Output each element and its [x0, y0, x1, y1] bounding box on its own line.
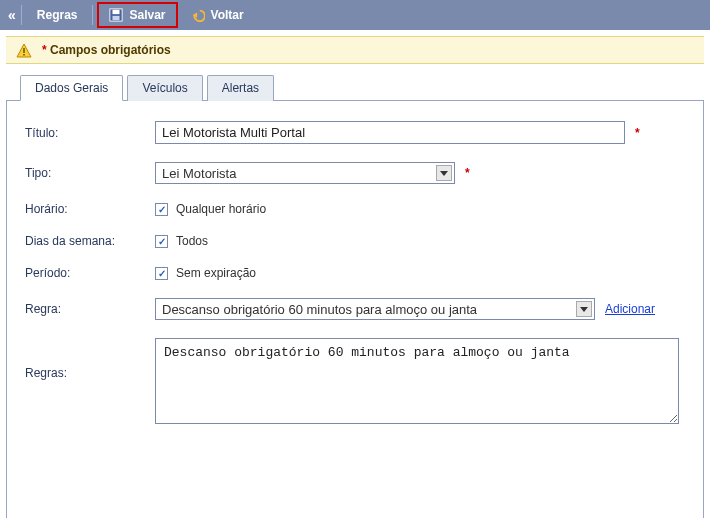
tab-alertas[interactable]: Alertas: [207, 75, 274, 101]
label-regras: Regras:: [25, 338, 155, 380]
regras-textarea[interactable]: Descanso obrigatório 60 minutos para alm…: [155, 338, 679, 424]
required-asterisk: *: [465, 166, 470, 180]
voltar-label: Voltar: [211, 8, 244, 22]
label-periodo: Período:: [25, 266, 155, 280]
label-dias: Dias da semana:: [25, 234, 155, 248]
warning-icon: [16, 43, 30, 57]
row-titulo: Título: *: [25, 121, 685, 144]
svg-rect-5: [23, 48, 25, 53]
periodo-checkbox[interactable]: ✓: [155, 267, 168, 280]
form-panel: Título: * Tipo: Lei Motorista * Horário:…: [6, 101, 704, 518]
horario-cb-label: Qualquer horário: [176, 202, 266, 216]
label-regra: Regra:: [25, 302, 155, 316]
dias-checkbox[interactable]: ✓: [155, 235, 168, 248]
label-titulo: Título:: [25, 126, 155, 140]
regra-value: Descanso obrigatório 60 minutos para alm…: [162, 302, 477, 317]
tabs: Dados Gerais Veículos Alertas: [6, 74, 704, 101]
row-periodo: Período: ✓ Sem expiração: [25, 266, 685, 280]
salvar-label: Salvar: [129, 8, 165, 22]
row-dias: Dias da semana: ✓ Todos: [25, 234, 685, 248]
regras-label: Regras: [37, 8, 78, 22]
svg-marker-7: [440, 171, 448, 176]
required-asterisk: *: [42, 43, 47, 57]
dias-cb-label: Todos: [176, 234, 208, 248]
adicionar-link[interactable]: Adicionar: [605, 302, 655, 316]
row-horario: Horário: ✓ Qualquer horário: [25, 202, 685, 216]
notice-label: Campos obrigatórios: [50, 43, 171, 57]
row-tipo: Tipo: Lei Motorista *: [25, 162, 685, 184]
tab-label: Alertas: [222, 81, 259, 95]
horario-checkbox[interactable]: ✓: [155, 203, 168, 216]
titulo-input[interactable]: [155, 121, 625, 144]
tipo-value: Lei Motorista: [162, 166, 236, 181]
notice-text-wrap: * Campos obrigatórios: [42, 43, 171, 57]
toolbar-separator: [92, 5, 93, 25]
row-regras: Regras: Descanso obrigatório 60 minutos …: [25, 338, 685, 424]
dropdown-icon: [436, 165, 452, 181]
required-fields-notice: * Campos obrigatórios: [6, 36, 704, 64]
tab-dados-gerais[interactable]: Dados Gerais: [20, 75, 123, 101]
required-asterisk: *: [635, 126, 640, 140]
row-regra: Regra: Descanso obrigatório 60 minutos p…: [25, 298, 685, 320]
toolbar: « Regras Salvar Voltar: [0, 0, 710, 30]
dropdown-icon: [576, 301, 592, 317]
periodo-cb-label: Sem expiração: [176, 266, 256, 280]
svg-rect-2: [113, 16, 120, 20]
salvar-button[interactable]: Salvar: [97, 2, 177, 28]
label-tipo: Tipo:: [25, 166, 155, 180]
label-horario: Horário:: [25, 202, 155, 216]
collapse-chevrons-icon[interactable]: «: [4, 7, 17, 23]
tab-veiculos[interactable]: Veículos: [127, 75, 202, 101]
svg-marker-8: [580, 307, 588, 312]
save-icon: [109, 8, 123, 22]
svg-rect-6: [23, 54, 25, 56]
tab-label: Veículos: [142, 81, 187, 95]
tipo-select[interactable]: Lei Motorista: [155, 162, 455, 184]
regras-button[interactable]: Regras: [26, 3, 89, 27]
toolbar-separator: [21, 5, 22, 25]
back-arrow-icon: [191, 8, 205, 22]
tab-label: Dados Gerais: [35, 81, 108, 95]
regra-select[interactable]: Descanso obrigatório 60 minutos para alm…: [155, 298, 595, 320]
voltar-button[interactable]: Voltar: [180, 3, 255, 27]
svg-rect-1: [113, 10, 120, 14]
